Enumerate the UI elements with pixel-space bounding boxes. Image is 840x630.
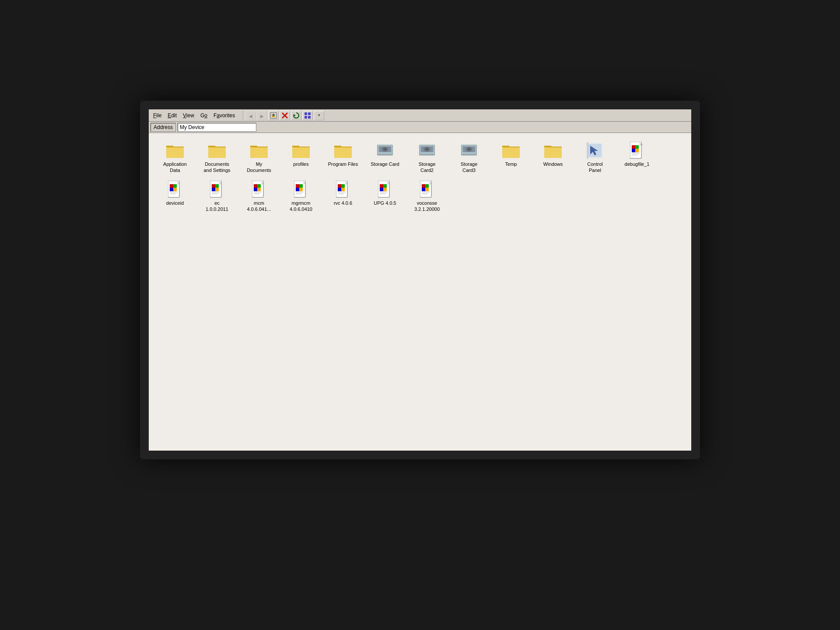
svg-rect-60 — [299, 188, 303, 191]
menu-view[interactable]: View — [180, 112, 197, 119]
back-button[interactable] — [245, 111, 256, 120]
folder-windows-icon — [544, 143, 562, 158]
svg-rect-67 — [341, 188, 345, 191]
refresh-icon — [292, 112, 300, 119]
view-button[interactable] — [302, 111, 313, 120]
svg-rect-53 — [257, 188, 261, 191]
svg-rect-72 — [383, 184, 387, 188]
file-rvc-label: rvc 4.0.6 — [334, 200, 352, 206]
menu-favorites[interactable]: Favorites — [211, 112, 238, 119]
voconsse-svg-icon — [420, 181, 434, 198]
drive-storage-card-label: Storage Card — [371, 161, 399, 167]
folder-documents-settings[interactable]: Documentsand Settings — [198, 140, 236, 175]
drive-icon — [418, 142, 436, 159]
menu-view-label: View — [183, 112, 194, 119]
drive-storage-card2-label: StorageCard2 — [419, 161, 436, 174]
svg-rect-80 — [422, 188, 425, 191]
svg-rect-46 — [215, 188, 219, 191]
toolbar-buttons: ▼ — [245, 111, 324, 120]
stop-button[interactable] — [280, 111, 290, 120]
winfile-icon — [334, 181, 352, 198]
menu-bar: File Edit View Go Favorites — [150, 112, 238, 119]
file-deviceid-label: deviceid — [166, 200, 184, 206]
folder-profiles-icon — [292, 143, 310, 158]
ec-svg-icon — [210, 181, 224, 198]
folder-program-files[interactable]: Program Files — [324, 140, 362, 175]
folder-profiles[interactable]: profiles — [282, 140, 320, 175]
back-icon — [249, 112, 252, 119]
svg-rect-30 — [635, 145, 639, 149]
svg-rect-74 — [383, 188, 387, 191]
deviceid-svg-icon — [168, 181, 182, 198]
menu-file[interactable]: File — [150, 112, 164, 119]
svg-rect-57 — [296, 184, 299, 188]
svg-point-18 — [425, 148, 429, 150]
folder-temp[interactable]: Temp — [492, 140, 530, 175]
drive-storage-card3-label: StorageCard3 — [461, 161, 478, 174]
view-dropdown-button[interactable]: ▼ — [314, 111, 324, 120]
menu-go[interactable]: Go — [198, 112, 210, 119]
svg-rect-36 — [170, 184, 173, 188]
file-deviceid[interactable]: deviceid — [156, 179, 194, 214]
folder-program-files-label: Program Files — [328, 161, 358, 167]
folder-icon — [292, 142, 310, 159]
svg-rect-52 — [254, 188, 257, 191]
svg-rect-71 — [380, 184, 383, 188]
svg-rect-27 — [587, 142, 588, 159]
winfile-icon — [376, 181, 394, 198]
file-upg[interactable]: UPG 4.0.5 — [366, 179, 404, 214]
svg-rect-58 — [299, 184, 303, 188]
forward-button[interactable] — [257, 111, 267, 120]
upg-svg-icon — [378, 181, 392, 198]
folder-my-documents[interactable]: MyDocuments — [240, 140, 278, 175]
drive-storage-card[interactable]: Storage Card — [366, 140, 404, 175]
file-debugfile1[interactable]: debugfile_1 — [618, 140, 656, 175]
address-label: Address — [150, 123, 176, 132]
svg-rect-6 — [308, 112, 311, 115]
file-mgrmcm[interactable]: mgrmcm4.0.6.0410 — [282, 179, 320, 214]
file-mcm[interactable]: mcm4.0.6.041... — [240, 179, 278, 214]
folder-my-documents-label: MyDocuments — [247, 161, 271, 174]
folder-windows[interactable]: Windows — [534, 140, 572, 175]
svg-point-13 — [383, 148, 387, 150]
up-button[interactable] — [268, 111, 279, 120]
svg-rect-65 — [341, 184, 345, 188]
file-voconsse-label: voconsse3.2.1.20000 — [414, 200, 440, 213]
file-voconsse[interactable]: voconsse3.2.1.20000 — [408, 179, 446, 214]
svg-rect-44 — [215, 184, 219, 188]
svg-marker-4 — [294, 114, 296, 116]
refresh-button[interactable] — [291, 111, 301, 120]
svg-rect-79 — [425, 184, 429, 188]
winfile-icon — [292, 181, 310, 198]
drive-icon — [376, 142, 394, 159]
svg-rect-29 — [632, 145, 635, 149]
folder-icon — [250, 142, 268, 159]
storage-card3-icon — [460, 143, 478, 158]
drive-storage-card3[interactable]: StorageCard3 — [450, 140, 488, 175]
menu-favorites-label: Favorites — [214, 112, 235, 119]
mgrmcm-svg-icon — [294, 181, 308, 198]
folder-application-data-label: ApplicationData — [163, 161, 187, 174]
svg-rect-7 — [304, 116, 307, 119]
folder-application-data[interactable]: ApplicationData — [156, 140, 194, 175]
dropdown-arrow-icon: ▼ — [317, 113, 321, 117]
control-panel-svg-icon — [587, 142, 603, 159]
menu-edit[interactable]: Edit — [165, 112, 179, 119]
control-panel-icon — [586, 142, 604, 159]
folder-my-documents-icon — [250, 143, 268, 158]
winfile-icon — [208, 181, 226, 198]
svg-rect-64 — [338, 184, 341, 188]
file-ec[interactable]: ec1.0.0.2011 — [198, 179, 236, 214]
file-control-panel[interactable]: ControlPanel — [576, 140, 614, 175]
svg-rect-73 — [380, 188, 383, 191]
file-rvc[interactable]: rvc 4.0.6 — [324, 179, 362, 214]
folder-icon — [502, 142, 520, 159]
file-area: ApplicationData Documentsand Settings — [149, 133, 691, 451]
drive-storage-card2[interactable]: StorageCard2 — [408, 140, 446, 175]
folder-windows-label: Windows — [543, 161, 563, 167]
svg-rect-37 — [173, 184, 177, 188]
address-input[interactable]: My Device — [178, 123, 256, 132]
svg-rect-39 — [173, 188, 177, 191]
svg-rect-50 — [254, 184, 257, 188]
file-mgrmcm-label: mgrmcm4.0.6.0410 — [290, 200, 312, 213]
